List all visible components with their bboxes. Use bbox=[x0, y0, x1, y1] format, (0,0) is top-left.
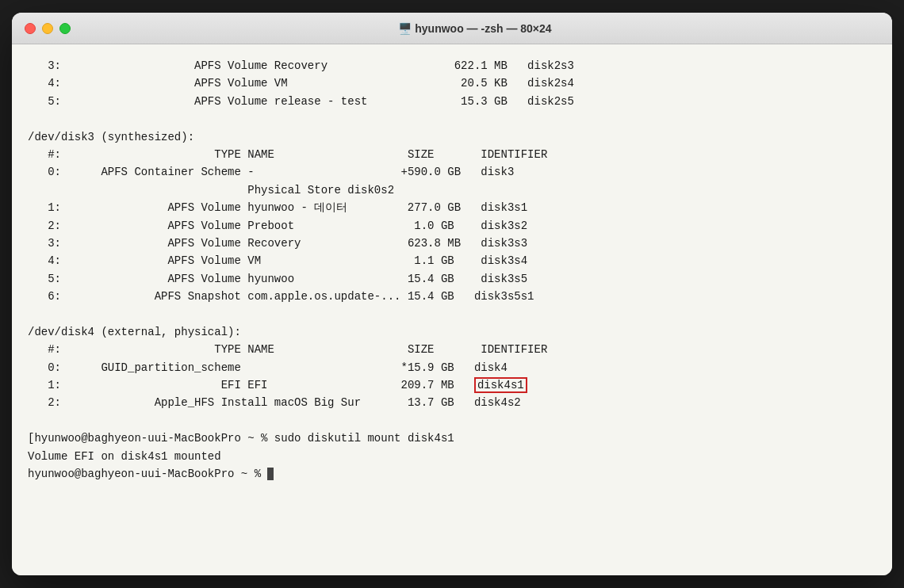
maximize-button[interactable] bbox=[59, 23, 71, 34]
titlebar: 🖥️ hyunwoo — -zsh — 80×24 bbox=[12, 13, 892, 44]
terminal-line: 4: APFS Volume VM 1.1 GB disk3s4 bbox=[28, 252, 876, 269]
command-line: [hyunwoo@baghyeon-uui-MacBookPro ~ % sud… bbox=[28, 430, 876, 447]
highlighted-identifier: disk4s1 bbox=[474, 377, 527, 393]
terminal-line: #: TYPE NAME SIZE IDENTIFIER bbox=[28, 146, 876, 163]
terminal-window: 🖥️ hyunwoo — -zsh — 80×24 3: APFS Volume… bbox=[12, 13, 892, 575]
window-title: 🖥️ hyunwoo — -zsh — 80×24 bbox=[71, 22, 879, 35]
terminal-line: 0: APFS Container Scheme - +590.0 GB dis… bbox=[28, 163, 876, 181]
terminal-line: 1: APFS Volume hyunwoo - 데이터 277.0 GB di… bbox=[28, 199, 876, 216]
window-icon: 🖥️ bbox=[398, 22, 415, 35]
terminal-line: 6: APFS Snapshot com.apple.os.update-...… bbox=[28, 288, 876, 305]
traffic-lights bbox=[25, 23, 71, 34]
blank-line bbox=[28, 305, 876, 323]
blank-line bbox=[28, 110, 876, 128]
minimize-button[interactable] bbox=[42, 23, 53, 34]
terminal-line: 2: APFS Volume Preboot 1.0 GB disk3s2 bbox=[28, 217, 876, 235]
terminal-cursor bbox=[267, 468, 274, 480]
terminal-line: 5: APFS Volume release - test 15.3 GB di… bbox=[28, 93, 876, 110]
terminal-line: 3: APFS Volume Recovery 623.8 MB disk3s3 bbox=[28, 235, 876, 252]
terminal-line: Physical Store disk0s2 bbox=[28, 181, 876, 199]
terminal-line: 0: GUID_partition_scheme *15.9 GB disk4 bbox=[28, 359, 876, 376]
blank-line bbox=[28, 412, 876, 430]
terminal-line: /dev/disk4 (external, physical): bbox=[28, 323, 876, 341]
prompt-line: hyunwoo@baghyeon-uui-MacBookPro ~ % bbox=[28, 465, 876, 483]
terminal-line: #: TYPE NAME SIZE IDENTIFIER bbox=[28, 341, 876, 358]
terminal-line: /dev/disk3 (synthesized): bbox=[28, 128, 876, 146]
terminal-line: 5: APFS Volume hyunwoo 15.4 GB disk3s5 bbox=[28, 270, 876, 288]
close-button[interactable] bbox=[25, 23, 36, 34]
terminal-line: 3: APFS Volume Recovery 622.1 MB disk2s3 bbox=[28, 57, 876, 74]
terminal-body[interactable]: 3: APFS Volume Recovery 622.1 MB disk2s3… bbox=[12, 44, 892, 575]
terminal-line: 4: APFS Volume VM 20.5 KB disk2s4 bbox=[28, 74, 876, 92]
terminal-line: 2: Apple_HFS Install macOS Big Sur 13.7 … bbox=[28, 394, 876, 411]
terminal-line: 1: EFI EFI 209.7 MB disk4s1 bbox=[28, 376, 876, 394]
terminal-line: Volume EFI on disk4s1 mounted bbox=[28, 448, 876, 465]
